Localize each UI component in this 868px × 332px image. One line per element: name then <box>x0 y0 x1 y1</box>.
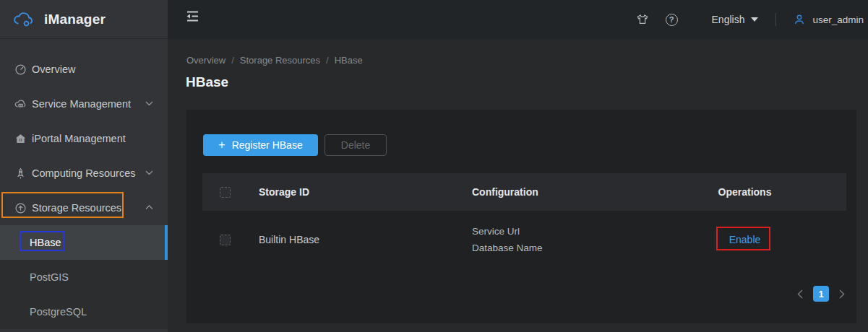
topbar-right-cluster: ? English user_admin <box>636 0 864 39</box>
menu-fold-icon[interactable] <box>185 9 201 23</box>
tshirt-icon[interactable] <box>636 14 649 25</box>
sidebar-item-label: Overview <box>32 64 75 75</box>
user-menu[interactable]: user_admin <box>794 14 864 25</box>
sidebar-subitem-label: PostgreSQL <box>30 306 87 318</box>
breadcrumb-storage-resources[interactable]: Storage Resources <box>240 55 320 66</box>
header-operations: Operations <box>643 186 846 198</box>
sidebar-item-overview[interactable]: Overview <box>0 52 168 87</box>
storage-resources-submenu: HBase PostGIS PostgreSQL <box>0 225 168 329</box>
sidebar-nav: Overview Service Management <box>0 39 168 329</box>
cloud-server-icon <box>14 98 27 110</box>
chevron-left-icon[interactable] <box>797 289 803 299</box>
cloud-gear-icon <box>12 10 35 29</box>
storage-id-cell: Builtin HBase <box>259 234 472 245</box>
help-icon[interactable]: ? <box>666 14 678 26</box>
config-service-url: Service Url <box>472 223 643 240</box>
breadcrumb: Overview / Storage Resources / HBase <box>186 55 363 66</box>
config-database-name: Database Name <box>472 240 643 256</box>
chevron-down-icon <box>145 101 153 106</box>
person-icon <box>794 14 805 25</box>
storage-table: Storage ID Configuration Operations Buil… <box>202 173 846 268</box>
breadcrumb-hbase: HBase <box>335 55 363 66</box>
register-hbase-button[interactable]: + Register HBase <box>203 134 318 156</box>
enable-link[interactable]: Enable <box>729 234 761 245</box>
app-logo: iManager <box>0 0 168 39</box>
caret-down-icon <box>751 17 758 22</box>
sidebar-item-iportal-management[interactable]: iPortal Management <box>0 121 168 156</box>
breadcrumb-separator: / <box>231 55 234 66</box>
page-title: HBase <box>186 74 228 90</box>
chevron-right-icon[interactable] <box>839 289 845 299</box>
home-globe-icon <box>14 133 27 145</box>
chevron-up-icon <box>145 205 153 210</box>
sidebar-subitem-label: PostGIS <box>30 271 69 283</box>
sidebar-item-label: iPortal Management <box>32 133 126 144</box>
register-hbase-label: Register HBase <box>232 139 303 151</box>
language-label: English <box>712 14 745 25</box>
sidebar-item-service-management[interactable]: Service Management <box>0 87 168 121</box>
language-selector[interactable]: English <box>712 14 759 25</box>
breadcrumb-overview[interactable]: Overview <box>186 55 225 66</box>
configuration-cell: Service Url Database Name <box>472 223 643 256</box>
toolbar: + Register HBase Delete <box>203 134 387 156</box>
sidebar-item-computing-resources[interactable]: Computing Resources <box>0 156 168 191</box>
username-label: user_admin <box>812 14 864 25</box>
operations-cell: Enable <box>643 234 846 245</box>
topbar-divider <box>775 13 776 26</box>
sidebar-item-label: Storage Resources <box>32 202 121 214</box>
sidebar-subitem-postgresql[interactable]: PostgreSQL <box>0 294 168 329</box>
cloud-upload-icon <box>14 202 27 214</box>
sidebar-subitem-postgis[interactable]: PostGIS <box>0 260 168 294</box>
sidebar-item-storage-resources[interactable]: Storage Resources <box>0 191 168 225</box>
select-all-checkbox[interactable] <box>220 187 231 198</box>
breadcrumb-separator: / <box>326 55 329 66</box>
chevron-down-icon <box>145 170 153 175</box>
rocket-icon <box>14 167 27 180</box>
table-row: Builtin HBase Service Url Database Name … <box>202 211 846 268</box>
sidebar-subitem-hbase[interactable]: HBase <box>0 225 168 260</box>
pagination: 1 <box>797 286 845 302</box>
delete-button[interactable]: Delete <box>325 134 387 156</box>
plus-icon: + <box>218 139 225 152</box>
header-storage-id: Storage ID <box>259 186 472 198</box>
sidebar-item-label: Service Management <box>32 98 131 110</box>
row-checkbox[interactable] <box>220 235 231 245</box>
table-header-row: Storage ID Configuration Operations <box>202 173 846 211</box>
sidebar: iManager Overview S <box>0 0 168 332</box>
sidebar-item-label: Computing Resources <box>32 167 135 179</box>
imanager-app: iManager Overview S <box>0 0 868 332</box>
app-title: iManager <box>44 12 106 27</box>
page-number-1[interactable]: 1 <box>813 286 829 302</box>
row-checkbox-cell <box>202 235 259 245</box>
header-checkbox-cell <box>202 187 259 198</box>
content-panel: + Register HBase Delete Storage ID Confi… <box>186 110 856 323</box>
gauge-icon <box>14 64 27 76</box>
sidebar-subitem-label: HBase <box>30 237 61 248</box>
topbar: ? English user_admin <box>168 0 868 39</box>
header-configuration: Configuration <box>472 186 643 198</box>
